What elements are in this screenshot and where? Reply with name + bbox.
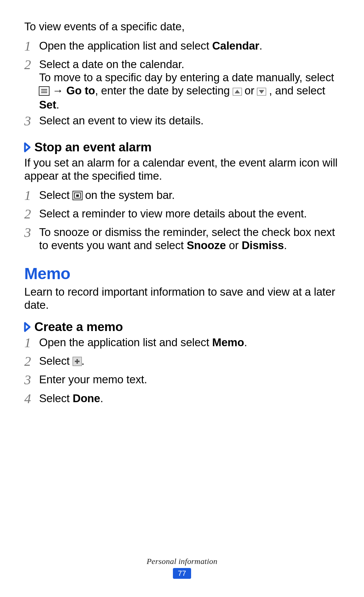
steps-stop-alarm: 1 Select on the system bar. 2 Select a r… [24, 189, 340, 252]
section-description: Learn to record important information to… [24, 286, 340, 312]
svg-rect-11 [76, 195, 79, 197]
step-1: 1 Open the application list and select M… [24, 336, 340, 352]
arrow-up-icon [233, 85, 242, 98]
text: . [259, 39, 262, 52]
step-body: Select a reminder to view more details a… [39, 207, 340, 220]
text: . [56, 98, 59, 111]
text: . [100, 392, 103, 405]
step-3: 3 Enter your memo text. [24, 373, 340, 389]
step-2: 2 Select . [24, 355, 340, 370]
step-number: 3 [24, 113, 39, 129]
chevron-icon [24, 143, 31, 152]
section-title-memo: Memo [24, 264, 340, 283]
step-number: 1 [24, 335, 39, 351]
text: . [284, 239, 287, 251]
menu-icon [39, 85, 49, 98]
step-number: 1 [24, 187, 39, 203]
step-body: To snooze or dismiss the reminder, selec… [39, 226, 340, 252]
svg-marker-12 [25, 323, 30, 331]
step-body: Select Done. [39, 392, 340, 405]
step-2: 2 Select a reminder to view more details… [24, 207, 340, 223]
bold-memo: Memo [212, 336, 244, 349]
text: Select [39, 189, 73, 201]
plus-icon [73, 356, 82, 369]
subheading-description: If you set an alarm for a calendar event… [24, 156, 340, 183]
calendar-notification-icon [73, 190, 82, 203]
step-body: Enter your memo text. [39, 373, 340, 386]
step-number: 1 [24, 38, 39, 54]
arrow-down-icon [257, 85, 266, 98]
step-body: Open the application list and select Cal… [39, 39, 340, 53]
text: . [82, 355, 85, 367]
step-3: 3 Select an event to view its details. [24, 114, 340, 130]
bold-dismiss: Dismiss [242, 239, 284, 251]
step-body: Open the application list and select Mem… [39, 336, 340, 349]
steps-view-events: 1 Open the application list and select C… [24, 39, 340, 130]
svg-marker-8 [25, 143, 30, 151]
step-2: 2 Select a date on the calendar. To move… [24, 58, 340, 112]
step-body: Select a date on the calendar. To move t… [39, 58, 340, 112]
step-number: 3 [24, 372, 39, 388]
text: . [244, 336, 247, 349]
text: or [226, 239, 242, 251]
text: To move to a specific day by entering a … [39, 71, 334, 84]
steps-create-memo: 1 Open the application list and select M… [24, 336, 340, 408]
step-body: Select . [39, 355, 340, 369]
step-body: Select an event to view its details. [39, 114, 340, 127]
subheading-label: Create a memo [34, 320, 123, 334]
step-number: 4 [24, 391, 39, 407]
text: Select a date on the calendar. [39, 58, 184, 70]
text: Select [39, 392, 73, 405]
bold-calendar: Calendar [212, 39, 260, 52]
subheading-create-memo: Create a memo [24, 320, 340, 334]
intro-text: To view events of a specific date, [24, 20, 340, 33]
text: , enter the date by selecting [95, 84, 233, 97]
footer-section-label: Personal information [0, 557, 364, 566]
step-1: 1 Open the application list and select C… [24, 39, 340, 55]
text: , and select [266, 84, 325, 97]
step-4: 4 Select Done. [24, 392, 340, 408]
page-footer: Personal information 77 [0, 557, 364, 579]
step-number: 3 [24, 225, 39, 240]
step-1: 1 Select on the system bar. [24, 189, 340, 205]
chevron-icon [24, 322, 31, 332]
step-3: 3 To snooze or dismiss the reminder, sel… [24, 226, 340, 252]
bold-set: Set [39, 98, 56, 111]
manual-page: To view events of a specific date, 1 Ope… [0, 0, 364, 597]
bold-done: Done [73, 392, 100, 405]
step-number: 2 [24, 206, 39, 222]
step-number: 2 [24, 353, 39, 369]
text: Select [39, 355, 73, 367]
step-number: 2 [24, 57, 39, 72]
subheading-label: Stop an event alarm [34, 140, 152, 154]
bold-snooze: Snooze [187, 239, 226, 251]
bold-goto: Go to [66, 84, 95, 97]
subheading-stop-alarm: Stop an event alarm [24, 140, 340, 154]
text: Open the application list and select [39, 39, 212, 52]
text: on the system bar. [82, 189, 175, 201]
text: or [242, 84, 257, 97]
step-body: Select on the system bar. [39, 189, 340, 203]
text: → [49, 84, 66, 97]
page-number: 77 [173, 568, 191, 579]
text: Open the application list and select [39, 336, 212, 349]
